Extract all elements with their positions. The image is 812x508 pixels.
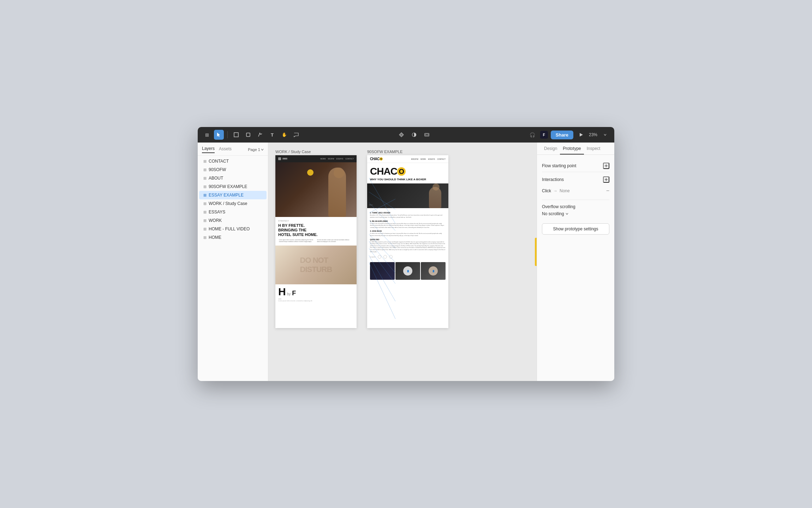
add-flow-button[interactable] xyxy=(603,163,609,169)
component-icon xyxy=(399,132,404,137)
app-window: ⊞ xyxy=(198,127,614,381)
mock2-logo: CHAC O xyxy=(370,157,383,161)
mock1-body-row: Lorem ipsum dolor sit amet, consectetur … xyxy=(278,239,354,243)
mock1-footer: H by F 1990 Lorem ipsum dolor sit amet, … xyxy=(275,284,357,304)
component-tool-button[interactable] xyxy=(396,130,406,140)
remove-interaction-button[interactable]: − xyxy=(606,188,609,194)
add-interaction-button[interactable] xyxy=(603,176,609,183)
layer-item-contact[interactable]: ⊞ CONTACT xyxy=(199,157,267,165)
mock2-subtitle: WHY YOU SHOULD THINK LIKE A BOXER xyxy=(370,178,446,181)
frame-layer-icon: ⊞ xyxy=(203,185,207,189)
layer-item-work[interactable]: ⊞ WORK xyxy=(199,216,267,225)
layer-item-about[interactable]: ⊞ ABOUT xyxy=(199,174,267,182)
layers-tab[interactable]: Layers xyxy=(202,146,215,153)
flow-starting-point-section: Flow starting point xyxy=(542,160,609,172)
canvas-button[interactable] xyxy=(422,130,432,140)
zoom-label: 23% xyxy=(589,132,597,137)
mock2-nav: 90SOFW WORK ESSAYS CONTACT xyxy=(411,158,446,160)
page-indicator[interactable]: Page 1 xyxy=(248,147,264,152)
figma-logo: F xyxy=(540,131,548,139)
flow-starting-point-label: Flow starting point xyxy=(542,163,576,168)
present-button[interactable] xyxy=(576,130,586,140)
hand-tool-icon: ✋ xyxy=(282,132,287,137)
layer-item-essays[interactable]: ⊞ ESSAYS xyxy=(199,208,267,216)
mock2-video: chaco xyxy=(367,183,448,208)
prototype-tab[interactable]: Prototype xyxy=(560,143,584,155)
comment-tool-button[interactable] xyxy=(291,130,301,140)
mock1-footer-body: Lorem ipsum dolor sit amet, consectetur … xyxy=(278,300,354,302)
layer-item-home[interactable]: ⊞ HOME xyxy=(199,233,267,242)
toolbar-right: 🎧 F Share 23% xyxy=(527,130,610,140)
zoom-chevron-icon xyxy=(604,134,607,136)
overflow-chevron-icon xyxy=(566,213,568,215)
panel-header: Layers Assets Page 1 xyxy=(198,143,268,156)
text-tool-button[interactable]: T xyxy=(267,130,277,140)
toolbar: ⊞ xyxy=(198,127,614,143)
frame1-label: WORK / Study Case xyxy=(275,150,357,154)
canvas-area[interactable]: WORK / Study Case CHACO xyxy=(268,143,537,381)
comment-icon xyxy=(294,133,299,137)
main-content: Layers Assets Page 1 ⊞ CONTACT ⊞ 90SOFW xyxy=(198,143,614,381)
inspect-tab[interactable]: Inspect xyxy=(584,143,603,155)
frame1-mockup: CHACO WORK 9SOFW ESSAYS CONTACT xyxy=(275,155,357,328)
interaction-row: Click → None − xyxy=(542,186,609,195)
frame-work-study-case[interactable]: WORK / Study Case CHACO xyxy=(275,150,357,328)
mock2-header: CHAC O 90SOFW WORK ESSAYS CONTACT xyxy=(367,155,448,163)
mock2-image-strip: 👤 👤 xyxy=(367,262,448,282)
select-tool-button[interactable] xyxy=(214,130,224,140)
frame-90sofw-example[interactable]: 90SOFW EXAMPLE CHAC O 90SOFW xyxy=(367,150,448,328)
shape-tool-button[interactable] xyxy=(243,130,253,140)
headphone-button[interactable]: 🎧 xyxy=(527,130,537,140)
mock2-quick-bio: QUICK BIO xyxy=(370,238,446,241)
assets-tab[interactable]: Assets xyxy=(219,146,232,153)
share-button[interactable]: Share xyxy=(551,131,573,139)
layer-item-home-full-video[interactable]: ⊞ HOME - FULL VIDEO xyxy=(199,225,267,233)
frame-layer-icon: ⊞ xyxy=(203,218,207,223)
contrast-button[interactable] xyxy=(409,130,419,140)
yellow-side-indicator xyxy=(535,238,537,266)
right-panel-content: Flow starting point Interactions xyxy=(537,155,614,381)
interactions-title: Interactions xyxy=(542,177,564,182)
frame-layer-icon: ⊞ xyxy=(203,168,207,172)
mock1-big-text: H BY FRETTE. BRINGING THE HOTEL SUITE HO… xyxy=(278,223,354,237)
design-tab[interactable]: Design xyxy=(541,143,560,155)
interactions-section: Interactions Click → None − xyxy=(542,176,609,200)
overflow-option: No scrolling xyxy=(542,211,564,216)
mock2-share-row: SHARE xyxy=(370,255,446,259)
frame-layer-icon-active: ⊞ xyxy=(203,193,207,198)
add-flow-icon xyxy=(604,164,608,168)
layer-item-90sofw-example[interactable]: ⊞ 90SOFW EXAMPLE xyxy=(199,182,267,191)
grid-menu-button[interactable]: ⊞ xyxy=(202,130,212,140)
page-chevron-icon xyxy=(261,149,264,151)
hand-tool-button[interactable]: ✋ xyxy=(279,130,289,140)
canvas-content: WORK / Study Case CHACO xyxy=(275,150,537,381)
left-panel: Layers Assets Page 1 ⊞ CONTACT ⊞ 90SOFW xyxy=(198,143,268,381)
overflow-title: Overflow scrolling xyxy=(542,204,609,209)
frame2-label: 90SOFW EXAMPLE xyxy=(367,150,448,154)
headphone-icon: 🎧 xyxy=(530,132,535,138)
frame-layer-icon: ⊞ xyxy=(203,210,207,214)
svg-marker-6 xyxy=(580,133,583,137)
frame-layer-icon: ⊞ xyxy=(203,201,207,206)
overflow-section: Overflow scrolling No scrolling xyxy=(542,204,609,216)
mock2-hero: CHACO WHY YOU SHOULD THINK LIKE A BOXER xyxy=(367,163,448,183)
zoom-chevron-button[interactable] xyxy=(600,130,610,140)
add-interaction-icon xyxy=(604,178,608,181)
overflow-select[interactable]: No scrolling xyxy=(542,211,609,216)
interaction-trigger: Click xyxy=(542,188,551,193)
interaction-arrow-icon: → xyxy=(553,188,557,193)
mock1-hero xyxy=(275,162,357,217)
show-prototype-settings-button[interactable]: Show prototype settings xyxy=(542,223,609,235)
tool-separator xyxy=(227,131,228,138)
layer-item-work-study-case[interactable]: ⊞ WORK / Study Case xyxy=(199,199,267,208)
layer-item-90sofw[interactable]: ⊞ 90SOFW xyxy=(199,165,267,174)
mock1-image-section: DO NOTDISTURB xyxy=(275,246,357,284)
toolbar-left: ⊞ xyxy=(202,130,301,140)
mock2-video-bg: chaco xyxy=(367,183,448,208)
mock2-video-label: chaco xyxy=(369,200,373,207)
pen-tool-button[interactable] xyxy=(255,130,265,140)
layer-list: ⊞ CONTACT ⊞ 90SOFW ⊞ ABOUT ⊞ 90SOFW EXAM… xyxy=(198,156,268,381)
frame-tool-button[interactable] xyxy=(231,130,241,140)
svg-rect-2 xyxy=(246,133,250,137)
layer-item-essay-example[interactable]: ⊞ ESSAY EXAMPLE xyxy=(199,191,267,199)
